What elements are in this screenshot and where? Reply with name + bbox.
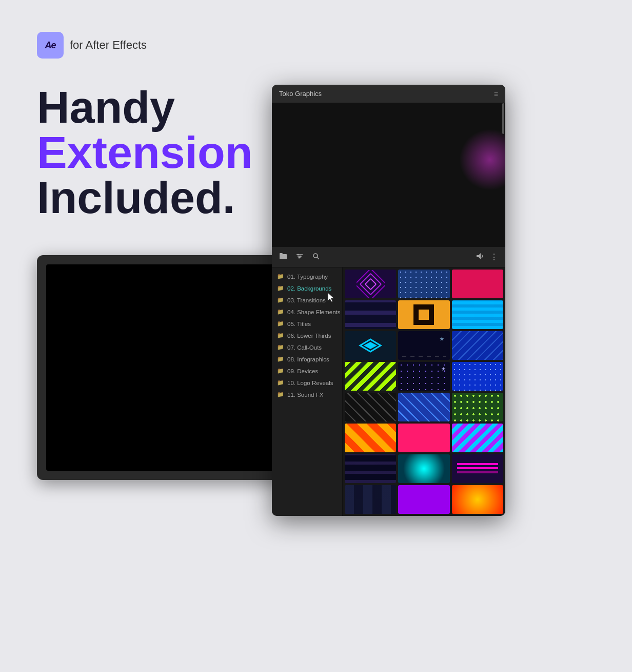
panel-header: Toko Graphics ≡ xyxy=(272,85,505,103)
ae-badge: Ae for After Effects xyxy=(37,32,147,59)
sidebar-item-backgrounds[interactable]: 📁 02. Backgrounds xyxy=(272,282,342,294)
folder-icon-10: 📁 xyxy=(277,379,284,386)
sidebar-item-label-1: 01. Typography xyxy=(287,274,328,280)
thumb-19[interactable] xyxy=(345,454,396,483)
folder-icon-3: 📁 xyxy=(277,297,284,303)
thumb-11[interactable]: ★ xyxy=(398,362,449,391)
extension-panel: Toko Graphics ≡ xyxy=(272,85,505,516)
sidebar-item-label-11: 11. Sound FX xyxy=(287,392,323,398)
thumb-23[interactable] xyxy=(398,485,449,514)
thumb-4[interactable] xyxy=(345,300,396,329)
thumb-13[interactable] xyxy=(345,393,396,421)
folder-toolbar-icon[interactable] xyxy=(279,252,287,262)
thumb-7[interactable] xyxy=(345,331,396,360)
panel-scrollbar[interactable] xyxy=(502,103,504,134)
toolbar-right: ⋮ xyxy=(476,252,498,262)
sidebar: 📁 01. Typography 📁 02. Backgrounds 📁 03.… xyxy=(272,267,343,516)
thumb-8[interactable]: ★ xyxy=(398,331,449,360)
more-toolbar-icon[interactable]: ⋮ xyxy=(490,252,498,262)
panel-toolbar: ⋮ xyxy=(272,247,505,267)
folder-icon-9: 📁 xyxy=(277,368,284,374)
monitor-screen xyxy=(46,264,274,471)
thumb-6[interactable] xyxy=(452,300,503,329)
sidebar-item-label-10: 10. Logo Reveals xyxy=(287,380,333,386)
sidebar-item-transitions[interactable]: 📁 03. Transitions xyxy=(272,294,342,306)
thumb-10[interactable] xyxy=(345,362,396,391)
thumb-2[interactable] xyxy=(398,270,449,298)
folder-icon-4: 📁 xyxy=(277,309,284,315)
sidebar-item-label-6: 06. Lower Thirds xyxy=(287,333,331,339)
panel-menu-icon[interactable]: ≡ xyxy=(494,90,498,98)
sidebar-item-lower-thirds[interactable]: 📁 06. Lower Thirds xyxy=(272,330,342,341)
sidebar-item-label-4: 04. Shape Elements xyxy=(287,309,341,315)
sidebar-item-label-7: 07. Call-Outs xyxy=(287,344,322,351)
svg-point-6 xyxy=(313,254,318,258)
headline-line2: Extension xyxy=(37,130,253,175)
sidebar-item-infographics[interactable]: 📁 08. Infographics xyxy=(272,353,342,365)
speaker-toolbar-icon[interactable] xyxy=(476,252,484,262)
svg-rect-9 xyxy=(365,279,376,290)
thumb-1[interactable] xyxy=(345,270,396,298)
sidebar-item-call-outs[interactable]: 📁 07. Call-Outs xyxy=(272,341,342,353)
headline-line1: Handy xyxy=(37,85,253,130)
svg-marker-8 xyxy=(477,253,481,259)
headline-line3: Included. xyxy=(37,175,253,220)
search-toolbar-icon[interactable] xyxy=(312,252,320,262)
thumb-18[interactable] xyxy=(452,424,503,452)
sidebar-item-titles[interactable]: 📁 05. Titles xyxy=(272,318,342,330)
folder-icon-5: 📁 xyxy=(277,320,284,327)
svg-rect-10 xyxy=(360,274,381,295)
folder-icon-1: 📁 xyxy=(277,273,284,280)
sidebar-item-devices[interactable]: 📁 09. Devices xyxy=(272,365,342,377)
sidebar-item-label-5: 05. Titles xyxy=(287,321,311,327)
ae-label: for After Effects xyxy=(70,39,147,52)
folder-icon-2: 📁 xyxy=(277,285,284,292)
sidebar-item-label-2: 02. Backgrounds xyxy=(287,285,331,292)
svg-point-5 xyxy=(299,257,300,258)
sidebar-item-sound-fx[interactable]: 📁 11. Sound FX xyxy=(272,389,342,400)
folder-icon-6: 📁 xyxy=(277,332,284,339)
sidebar-item-label-9: 09. Devices xyxy=(287,368,318,374)
headline: Handy Extension Included. xyxy=(37,85,253,220)
thumb-16[interactable] xyxy=(345,424,396,452)
sidebar-item-label-8: 08. Infographics xyxy=(287,356,329,362)
svg-point-3 xyxy=(298,254,299,255)
thumb-grid: ★ ★ xyxy=(343,267,505,516)
thumb-15[interactable] xyxy=(452,393,503,421)
thumb-9[interactable] xyxy=(452,331,503,360)
monitor-frame xyxy=(37,255,283,480)
thumb-21[interactable] xyxy=(452,454,503,483)
thumb-3[interactable] xyxy=(452,270,503,298)
thumb-20[interactable] xyxy=(398,454,449,483)
sidebar-item-logo-reveals[interactable]: 📁 10. Logo Reveals xyxy=(272,377,342,389)
svg-line-7 xyxy=(317,257,319,259)
thumb-24[interactable] xyxy=(452,485,503,514)
preview-area xyxy=(272,103,505,247)
thumb-22[interactable] xyxy=(345,485,396,514)
sidebar-item-shape-elements[interactable]: 📁 04. Shape Elements xyxy=(272,306,342,318)
panel-body: 📁 01. Typography 📁 02. Backgrounds 📁 03.… xyxy=(272,267,505,516)
folder-icon-8: 📁 xyxy=(277,356,284,362)
panel-glow xyxy=(459,129,505,190)
ae-icon: Ae xyxy=(37,32,64,59)
folder-icon-7: 📁 xyxy=(277,344,284,351)
thumb-5[interactable] xyxy=(398,300,449,329)
panel-title: Toko Graphics xyxy=(279,90,490,98)
thumb-17[interactable] xyxy=(398,424,449,452)
filter-toolbar-icon[interactable] xyxy=(295,252,304,262)
thumb-12[interactable] xyxy=(452,362,503,391)
thumb-14[interactable] xyxy=(398,393,449,421)
folder-icon-11: 📁 xyxy=(277,391,284,398)
sidebar-item-label-3: 03. Transitions xyxy=(287,297,326,303)
svg-point-4 xyxy=(300,255,301,257)
sidebar-item-typography[interactable]: 📁 01. Typography xyxy=(272,271,342,282)
